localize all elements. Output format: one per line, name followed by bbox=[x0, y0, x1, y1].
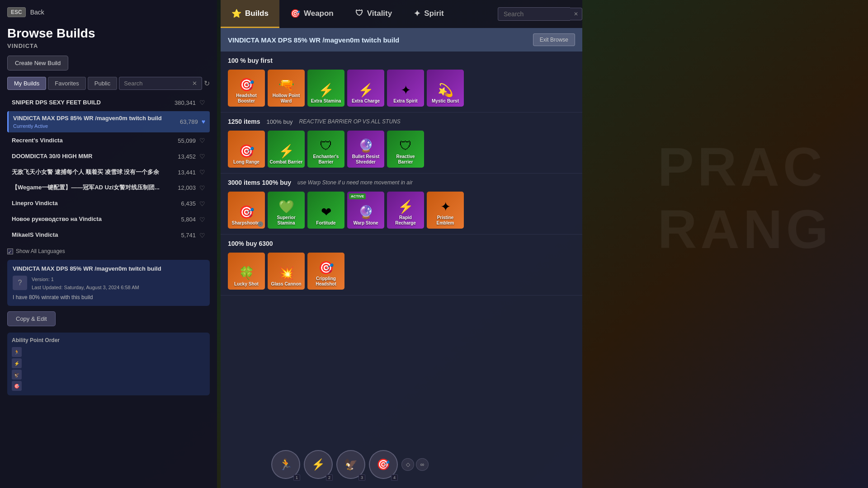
extra-dot: · bbox=[258, 221, 263, 227]
item-icon: ⚡ bbox=[398, 201, 414, 213]
skill-button-3[interactable]: 🦅 3 bbox=[336, 450, 365, 479]
show-all-languages: ✓ Show All Languages bbox=[7, 248, 210, 254]
active-badge: ACTIVE bbox=[349, 193, 366, 199]
heart-icon[interactable]: ♡ bbox=[199, 232, 205, 239]
item-icon: ✦ bbox=[401, 84, 411, 97]
tab-spirit[interactable]: ✦ Spirit bbox=[403, 0, 454, 28]
tab-vitality[interactable]: 🛡 Vitality bbox=[344, 0, 403, 28]
build-list: SNIPER DPS SEXY FEET BUILD 380,341 ♡ VIN… bbox=[7, 95, 210, 243]
build-count: 55,099 bbox=[178, 137, 196, 144]
build-info-icon: ? bbox=[13, 276, 27, 290]
skill-button-1[interactable]: 🏃 1 bbox=[271, 450, 300, 479]
item-card[interactable]: ⚡ Extra Charge bbox=[347, 70, 384, 107]
skill-small-btn-diamond[interactable]: ◇ bbox=[401, 458, 414, 471]
heart-icon[interactable]: ♡ bbox=[199, 184, 205, 192]
build-count: 63,789 bbox=[180, 118, 198, 125]
item-name: Warp Stone bbox=[353, 221, 378, 226]
section-1-label: 100 % buy first bbox=[228, 57, 273, 64]
item-card[interactable]: 🛡 Reactive Barrier bbox=[387, 131, 424, 168]
build-item[interactable]: SNIPER DPS SEXY FEET BUILD 380,341 ♡ bbox=[7, 95, 210, 110]
build-item[interactable]: 无敌飞天小女警 逮捕每个人 顺着买 凌雪球 没有一个多余 13,441 ♡ bbox=[7, 165, 210, 180]
item-card[interactable]: ⚡ Combat Barrier bbox=[268, 131, 305, 168]
item-icon: ⚡ bbox=[278, 145, 294, 158]
item-grid-2: 🎯 Long Range ⚡ Combat Barrier 🛡 Enchante… bbox=[228, 131, 575, 168]
item-card[interactable]: 🎯 Headshot Booster bbox=[228, 70, 265, 107]
heart-icon[interactable]: ♡ bbox=[199, 99, 205, 106]
item-name: Hollow Point Ward bbox=[269, 93, 303, 104]
tab-builds[interactable]: ⭐ Builds bbox=[221, 0, 279, 28]
item-card[interactable]: 💥 Glass Cannon bbox=[268, 253, 305, 290]
esc-bar: ESC Back bbox=[7, 7, 210, 17]
skill-num-2: 2 bbox=[326, 474, 333, 481]
heart-icon[interactable]: ♡ bbox=[199, 169, 205, 176]
build-item-name: DOOMDICTA 30/0 HIGH MMR bbox=[12, 153, 178, 160]
tab-favorites[interactable]: Favorites bbox=[48, 77, 85, 90]
item-card[interactable]: ✦ Pristine Emblem bbox=[427, 192, 464, 229]
esc-badge[interactable]: ESC bbox=[7, 7, 26, 17]
build-item[interactable]: Recrent's Vindicta 55,099 ♡ bbox=[7, 133, 210, 148]
section-3-label: 3000 items 100% buy bbox=[228, 179, 291, 186]
item-icon: 🎯 bbox=[239, 79, 255, 91]
item-card[interactable]: 💫 Mystic Burst bbox=[427, 70, 464, 107]
skill-button-4[interactable]: 🎯 4 bbox=[369, 450, 398, 479]
build-item[interactable]: Новое руководство на Vindicta 5,804 ♡ bbox=[7, 212, 210, 227]
item-icon: 🎯 bbox=[318, 262, 334, 274]
item-name: Headshot Booster bbox=[230, 93, 263, 104]
bg-text: PRACRANG bbox=[658, 136, 832, 260]
show-all-lang-checkbox[interactable]: ✓ bbox=[7, 249, 13, 254]
section-2-note: REACTIVE BARRIER OP VS ALL STUNS bbox=[299, 118, 400, 125]
tab-public[interactable]: Public bbox=[88, 77, 117, 90]
item-card[interactable]: 🎯 Sharpshooter · bbox=[228, 192, 265, 229]
item-card[interactable]: 🍀 Lucky Shot bbox=[228, 253, 265, 290]
build-item-active[interactable]: VINDICTA MAX DPS 85% WR /magven0m twitch… bbox=[7, 111, 210, 132]
section-3: 3000 items 100% buy use Warp Stone if u … bbox=[221, 174, 582, 235]
search-clear-icon[interactable]: ✕ bbox=[192, 80, 197, 87]
build-item[interactable]: MikaelS Vindicta 5,741 ♡ bbox=[7, 228, 210, 243]
skill-button-2[interactable]: ⚡ 2 bbox=[304, 450, 333, 479]
search-input[interactable] bbox=[498, 7, 570, 21]
item-icon: 💚 bbox=[278, 201, 294, 213]
skill-small-btn-infinity[interactable]: ∞ bbox=[416, 458, 429, 471]
create-new-build-button[interactable]: Create New Build bbox=[7, 56, 68, 70]
item-icon: 🎯 bbox=[239, 145, 255, 158]
weapon-tab-icon: 🎯 bbox=[290, 9, 300, 19]
build-info-description: I have 80% winrate with this build bbox=[13, 294, 204, 300]
build-item-name: SNIPER DPS SEXY FEET BUILD bbox=[12, 99, 175, 107]
tab-weapon[interactable]: 🎯 Weapon bbox=[279, 0, 344, 28]
item-card[interactable]: 🔮 Bullet Resist Shredder bbox=[347, 131, 384, 168]
heart-icon[interactable]: ♥ bbox=[202, 118, 205, 125]
build-info-title: VINDICTA MAX DPS 85% WR /magven0m twitch… bbox=[13, 265, 204, 272]
item-card[interactable]: ACTIVE 🔮 Warp Stone bbox=[347, 192, 384, 229]
back-button[interactable]: Back bbox=[30, 9, 44, 16]
item-card[interactable]: ❤ Fortitude bbox=[307, 192, 344, 229]
heart-icon[interactable]: ♡ bbox=[199, 153, 205, 160]
build-item-name: Новое руководство на Vindicta bbox=[12, 216, 181, 223]
section-2-label: 1250 items bbox=[228, 118, 260, 125]
tab-builds-label: Builds bbox=[245, 9, 269, 18]
item-grid-1: 🎯 Headshot Booster 🔫 Hollow Point Ward ⚡… bbox=[228, 70, 575, 107]
item-card[interactable]: ⚡ Rapid Recharge bbox=[387, 192, 424, 229]
build-item[interactable]: DOOMDICTA 30/0 HIGH MMR 13,452 ♡ bbox=[7, 149, 210, 164]
build-count: 5,804 bbox=[181, 216, 196, 223]
heart-icon[interactable]: ♡ bbox=[199, 200, 205, 207]
item-card[interactable]: 🎯 Crippling Headshot bbox=[307, 253, 344, 290]
exit-browse-button[interactable]: Exit Browse bbox=[533, 33, 575, 46]
refresh-button[interactable]: ↻ bbox=[204, 79, 210, 88]
item-card[interactable]: 🛡 Enchanter's Barrier bbox=[307, 131, 344, 168]
section-1: 100 % buy first 🎯 Headshot Booster 🔫 Hol… bbox=[221, 52, 582, 113]
item-grid-3: 🎯 Sharpshooter · 💚 Superior Stamina ❤ Fo… bbox=[228, 192, 575, 229]
item-card[interactable]: ⚡ Extra Stamina bbox=[307, 70, 344, 107]
ability-section: Ability Point Order 🏃 ⚡ 🦅 🎯 bbox=[7, 333, 210, 395]
item-card[interactable]: 🔫 Hollow Point Ward bbox=[268, 70, 305, 107]
build-item[interactable]: 【Wegame一键配置】——冠军AD Uzi女警对线压制团... 12,003 … bbox=[7, 180, 210, 195]
build-item-name: Linepro Vindicta bbox=[12, 200, 181, 207]
search-clear-icon[interactable]: ✕ bbox=[570, 8, 582, 20]
copy-edit-button[interactable]: Copy & Edit bbox=[7, 311, 56, 326]
item-card[interactable]: 🎯 Long Range bbox=[228, 131, 265, 168]
item-card[interactable]: ✦ Extra Spirit bbox=[387, 70, 424, 107]
item-card[interactable]: 💚 Superior Stamina bbox=[268, 192, 305, 229]
heart-icon[interactable]: ♡ bbox=[199, 216, 205, 223]
heart-icon[interactable]: ♡ bbox=[199, 137, 205, 144]
build-item[interactable]: Linepro Vindicta 6,435 ♡ bbox=[7, 196, 210, 211]
tab-my-builds[interactable]: My Builds bbox=[7, 77, 46, 90]
